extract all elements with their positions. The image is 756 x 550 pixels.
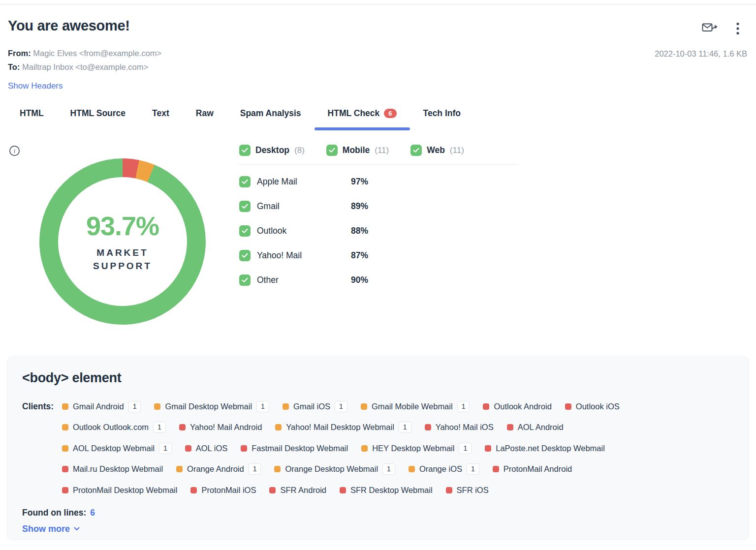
checkbox-checked-web[interactable] (410, 145, 422, 156)
client-chip-gmail-android[interactable]: Gmail Android1 (62, 401, 141, 412)
chip-occurrence-count: 1 (459, 443, 472, 454)
client-chip-protonmail-ios[interactable]: ProtonMail iOS (190, 486, 256, 495)
client-chip-orange-android[interactable]: Orange Android1 (176, 463, 261, 475)
client-chip-aol-android[interactable]: AOL Android (507, 423, 564, 432)
tab-raw[interactable]: Raw (183, 104, 227, 130)
chip-occurrence-count: 1 (335, 401, 347, 412)
chip-client-name: Gmail iOS (293, 402, 330, 411)
chip-occurrence-count: 1 (467, 463, 479, 475)
client-name: Apple Mail (257, 177, 336, 187)
tab-html-check[interactable]: HTML Check6 (315, 104, 410, 130)
client-chip-protonmail-android[interactable]: ProtonMail Android (493, 464, 572, 474)
severity-red-square-icon (62, 466, 68, 472)
client-chip-yahoo-mail-desktop-webmail[interactable]: Yahoo! Mail Desktop Webmail1 (275, 422, 411, 433)
client-chip-gmail-mobile-webmail[interactable]: Gmail Mobile Webmail1 (361, 401, 470, 412)
client-support-percent: 90% (351, 275, 368, 285)
client-chip-hey-desktop-webmail[interactable]: HEY Desktop Webmail1 (361, 443, 472, 454)
checkbox-checked-yahoo-mail[interactable] (239, 250, 251, 261)
client-chip-orange-desktop-webmail[interactable]: Orange Desktop Webmail1 (274, 463, 395, 475)
severity-red-square-icon (483, 403, 489, 410)
client-chip-outlook-ios[interactable]: Outlook iOS (565, 402, 620, 411)
client-chip-sfr-android[interactable]: SFR Android (269, 486, 326, 495)
tab-html-source[interactable]: HTML Source (57, 104, 139, 130)
chip-row: Mail.ru Desktop WebmailOrange Android1Or… (62, 459, 734, 480)
chip-client-name: Yahoo! Mail Desktop Webmail (286, 423, 394, 432)
show-headers-link[interactable]: Show Headers (8, 81, 63, 91)
found-on-lines-value[interactable]: 6 (90, 508, 95, 518)
tab-spam-analysis[interactable]: Spam Analysis (227, 104, 315, 130)
filter-count: (8) (294, 146, 305, 155)
tab-text[interactable]: Text (139, 104, 183, 130)
client-chip-gmail-desktop-webmail[interactable]: Gmail Desktop Webmail1 (154, 401, 269, 412)
chip-client-name: AOL iOS (196, 444, 228, 453)
client-chip-yahoo-mail-ios[interactable]: Yahoo! Mail iOS (425, 423, 494, 432)
client-type-filters: Desktop(8)Mobile(11)Web(11) (239, 145, 519, 156)
client-chip-laposte-net-desktop-webmail[interactable]: LaPoste.net Desktop Webmail (485, 444, 605, 453)
client-chip-mail-ru-desktop-webmail[interactable]: Mail.ru Desktop Webmail (62, 464, 163, 474)
chip-client-name: Orange iOS (419, 464, 462, 474)
client-chip-aol-ios[interactable]: AOL iOS (185, 444, 228, 453)
chip-client-name: Orange Android (187, 464, 244, 474)
client-support-percent: 87% (351, 250, 368, 261)
chip-client-name: HEY Desktop Webmail (372, 444, 454, 453)
client-chip-yahoo-mail-android[interactable]: Yahoo! Mail Android (179, 423, 262, 432)
filter-label: Web (427, 145, 445, 155)
tabs: HTMLHTML SourceTextRawSpam AnalysisHTML … (6, 104, 474, 130)
chip-row: Outlook Outlook.com1Yahoo! Mail AndroidY… (62, 417, 734, 438)
tab-tech-info[interactable]: Tech Info (410, 104, 474, 130)
client-support-percent: 89% (351, 201, 368, 212)
chip-client-name: Yahoo! Mail Android (190, 423, 262, 432)
severity-orange-square-icon (274, 466, 281, 472)
severity-red-square-icon (340, 487, 346, 493)
client-support-row-gmail: Gmail89% (239, 194, 519, 218)
to-label: To: (8, 62, 20, 71)
client-support-row-outlook: Outlook88% (239, 218, 519, 243)
client-chip-outlook-outlook-com[interactable]: Outlook Outlook.com1 (62, 422, 166, 433)
show-more-link[interactable]: Show more (22, 524, 734, 534)
info-icon[interactable]: i (9, 145, 20, 158)
tab-html[interactable]: HTML (6, 104, 57, 130)
client-chip-fastmail-desktop-webmail[interactable]: Fastmail Desktop Webmail (241, 444, 348, 453)
kebab-menu-icon[interactable] (736, 22, 739, 35)
client-chip-orange-ios[interactable]: Orange iOS1 (409, 463, 479, 475)
filter-count: (11) (450, 146, 464, 155)
chip-client-name: AOL Android (518, 423, 564, 432)
chip-client-name: Outlook Outlook.com (73, 423, 149, 432)
client-chip-sfr-ios[interactable]: SFR iOS (446, 486, 489, 495)
from-label: From: (8, 49, 31, 58)
checkbox-checked-outlook[interactable] (239, 225, 251, 237)
client-chip-aol-desktop-webmail[interactable]: AOL Desktop Webmail1 (62, 443, 172, 454)
checkbox-checked-other[interactable] (239, 275, 251, 286)
client-name: Other (257, 275, 336, 285)
client-chip-gmail-ios[interactable]: Gmail iOS1 (283, 401, 347, 412)
chip-client-name: Gmail Android (73, 402, 124, 411)
client-chip-protonmail-desktop-webmail[interactable]: ProtonMail Desktop Webmail (62, 486, 177, 495)
severity-orange-square-icon (62, 403, 68, 410)
chip-client-name: Orange Desktop Webmail (285, 464, 378, 474)
checkbox-checked-desktop[interactable] (239, 145, 251, 156)
chip-occurrence-count: 1 (159, 443, 172, 454)
severity-red-square-icon (62, 487, 68, 493)
filter-desktop[interactable]: Desktop(8) (239, 145, 305, 156)
checkbox-checked-mobile[interactable] (326, 145, 338, 156)
chip-client-name: SFR iOS (457, 486, 489, 495)
chip-client-name: AOL Desktop Webmail (73, 444, 155, 453)
filter-mobile[interactable]: Mobile(11) (326, 145, 389, 156)
client-support-list: Apple Mail97%Gmail89%Outlook88%Yahoo! Ma… (239, 169, 519, 292)
market-support-donut-chart: 93.7% MARKET SUPPORT (39, 158, 206, 325)
forward-email-icon[interactable] (702, 22, 718, 35)
chip-client-name: Gmail Desktop Webmail (165, 402, 252, 411)
checkbox-checked-apple-mail[interactable] (239, 176, 251, 187)
found-on-lines-label: Found on lines: (22, 508, 86, 518)
client-support-row-yahoo-mail: Yahoo! Mail87% (239, 243, 519, 268)
found-on-lines: Found on lines:6 (22, 508, 734, 518)
chip-client-name: Mail.ru Desktop Webmail (73, 464, 163, 474)
chip-row: AOL Desktop Webmail1AOL iOSFastmail Desk… (62, 438, 734, 459)
severity-orange-square-icon (176, 466, 183, 472)
client-chip-sfr-desktop-webmail[interactable]: SFR Desktop Webmail (340, 486, 433, 495)
filter-web[interactable]: Web(11) (410, 145, 464, 156)
checkbox-checked-gmail[interactable] (239, 201, 251, 212)
severity-orange-square-icon (275, 424, 282, 430)
severity-red-square-icon (425, 424, 431, 430)
client-chip-outlook-android[interactable]: Outlook Android (483, 402, 551, 411)
